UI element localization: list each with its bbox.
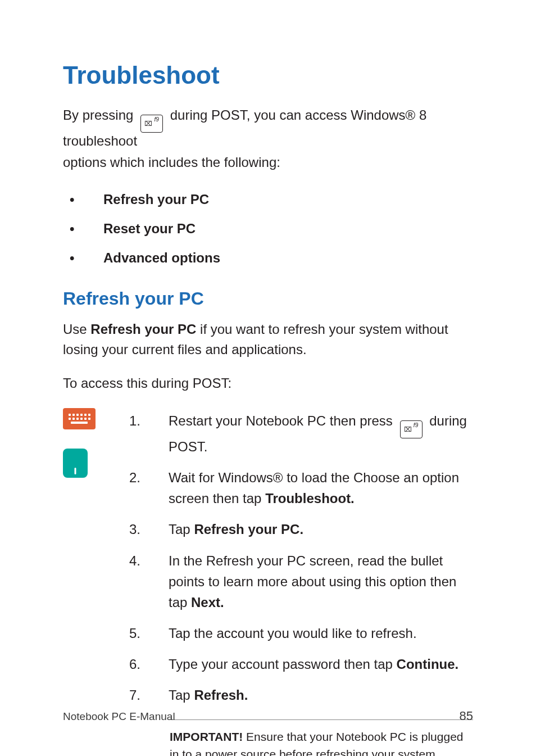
step-number (129, 410, 169, 431)
step-3: Tap Refresh your PC. (129, 515, 473, 546)
page-number: 85 (460, 709, 473, 723)
callout-label: IMPORTANT! (170, 730, 243, 743)
keyboard-icon (63, 408, 96, 429)
intro-paragraph: By pressing ⌧f9 during POST, you can acc… (63, 105, 473, 172)
page: Troubleshoot By pressing ⌧f9 during POST… (0, 0, 536, 756)
f9-key-icon: ⌧f9 (400, 420, 423, 438)
step-bold: Next. (191, 595, 224, 610)
icon-column (63, 407, 129, 478)
step-pre: Restart your Notebook PC then press (169, 413, 397, 428)
bullet-refresh: Refresh your PC (63, 185, 473, 214)
step-bold: Troubleshoot. (265, 491, 355, 506)
touchpad-icon (63, 449, 88, 478)
important-callout: IMPORTANT! Ensure that your Notebook PC … (169, 719, 473, 756)
step-2: Wait for Windows® to load the Choose an … (129, 464, 473, 515)
step-body: Type your account password then tap Cont… (169, 654, 473, 674)
step-number (129, 623, 169, 644)
step-number (129, 654, 169, 674)
step-number (129, 467, 169, 488)
step-number (129, 685, 169, 705)
page-title: Troubleshoot (63, 62, 473, 89)
refresh-intro-bold: Refresh your PC (90, 322, 196, 337)
step-number (129, 550, 169, 571)
step-4: In the Refresh your PC screen, read the … (129, 547, 473, 620)
step-body: Restart your Notebook PC then press ⌧f9 … (169, 410, 473, 457)
step-number (129, 519, 169, 540)
steps-list: Restart your Notebook PC then press ⌧f9 … (129, 407, 473, 756)
step-6: Type your account password then tap Cont… (129, 650, 473, 681)
step-pre: Tap (169, 522, 194, 537)
bullet-reset: Reset your PC (63, 214, 473, 243)
step-body: Wait for Windows® to load the Choose an … (169, 467, 473, 509)
footer-title: Notebook PC E-Manual (63, 710, 175, 723)
step-bold: Refresh. (194, 687, 248, 703)
key-glyph: ⌧ (144, 120, 152, 127)
section-heading: Refresh your PC (63, 288, 473, 309)
refresh-intro: Use Refresh your PC if you want to refre… (63, 319, 473, 360)
f9-key-icon: ⌧f9 (140, 115, 163, 133)
page-footer: Notebook PC E-Manual 85 (63, 709, 473, 723)
intro-line2: options which includes the following: (63, 155, 280, 170)
step-bold: Refresh your PC. (194, 522, 303, 537)
bullet-advanced: Advanced options (63, 243, 473, 273)
step-body: Tap Refresh your PC. (169, 519, 473, 540)
step-body: Tap the account you would like to refres… (169, 623, 473, 644)
intro-pre: By pressing (63, 107, 137, 123)
step-body: In the Refresh your PC screen, read the … (169, 550, 473, 613)
step-pre: Tap (169, 687, 194, 703)
step-1: Restart your Notebook PC then press ⌧f9 … (129, 407, 473, 464)
steps-block: Restart your Notebook PC then press ⌧f9 … (63, 407, 473, 756)
step-pre: Type your account password then tap (169, 657, 397, 672)
step-5: Tap the account you would like to refres… (129, 619, 473, 650)
key-fn-label: f9 (154, 117, 158, 123)
access-line: To access this during POST: (63, 373, 473, 393)
step-pre: Tap the account you would like to refres… (169, 626, 417, 641)
step-bold: Continue. (397, 657, 459, 672)
options-list: Refresh your PC Reset your PC Advanced o… (63, 185, 473, 273)
refresh-intro-pre: Use (63, 322, 90, 337)
